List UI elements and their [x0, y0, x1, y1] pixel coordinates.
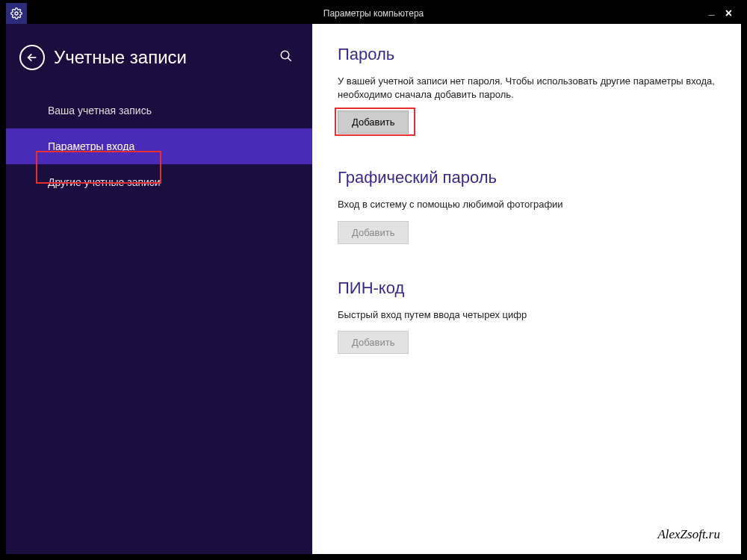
- password-section: Пароль У вашей учетной записи нет пароля…: [338, 45, 720, 134]
- sidebar-item-label: Ваша учетная запись: [48, 105, 152, 116]
- section-title-pin: ПИН-код: [338, 279, 720, 298]
- content-area: Учетные записи Ваша учетная запись Парам…: [6, 24, 741, 554]
- settings-window: Параметры компьютера _ × Учетные записи: [6, 3, 741, 554]
- back-button[interactable]: [19, 45, 45, 70]
- section-desc-password: У вашей учетной записи нет пароля. Чтобы…: [338, 75, 720, 102]
- titlebar: Параметры компьютера _ ×: [6, 3, 741, 24]
- button-label: Добавить: [352, 227, 394, 238]
- gear-icon: [10, 7, 22, 19]
- button-label: Добавить: [352, 337, 394, 348]
- section-title-password: Пароль: [338, 45, 720, 64]
- picture-password-section: Графический пароль Вход в систему с помо…: [338, 168, 720, 243]
- app-icon: [6, 3, 27, 24]
- section-title-picture: Графический пароль: [338, 168, 720, 187]
- arrow-left-icon: [26, 52, 38, 63]
- search-button[interactable]: [279, 49, 293, 66]
- sidebar-item-signin-options[interactable]: Параметры входа: [6, 128, 312, 164]
- button-label: Добавить: [352, 116, 394, 128]
- main-panel: Пароль У вашей учетной записи нет пароля…: [312, 24, 741, 554]
- minimize-button[interactable]: _: [709, 5, 715, 16]
- search-icon: [279, 49, 293, 63]
- add-password-button[interactable]: Добавить: [338, 111, 409, 134]
- watermark: AlexZsoft.ru: [657, 527, 720, 542]
- sidebar-item-label: Параметры входа: [48, 140, 134, 152]
- sidebar-nav: Ваша учетная запись Параметры входа Друг…: [6, 93, 312, 200]
- svg-point-2: [281, 51, 289, 59]
- sidebar-item-other-accounts[interactable]: Другие учетные записи: [6, 164, 312, 200]
- page-title: Учетные записи: [54, 47, 279, 68]
- close-button[interactable]: ×: [725, 7, 732, 19]
- svg-point-0: [15, 12, 18, 15]
- add-pin-button[interactable]: Добавить: [338, 331, 409, 354]
- sidebar-header: Учетные записи: [6, 39, 312, 85]
- window-controls: _ ×: [709, 7, 741, 19]
- section-desc-pin: Быстрый вход путем ввода четырех цифр: [338, 308, 720, 322]
- window-title: Параметры компьютера: [6, 8, 741, 19]
- add-picture-password-button[interactable]: Добавить: [338, 221, 409, 244]
- sidebar-item-your-account[interactable]: Ваша учетная запись: [6, 93, 312, 128]
- section-desc-picture: Вход в систему с помощью любимой фотогра…: [338, 198, 720, 211]
- sidebar-item-label: Другие учетные записи: [48, 176, 161, 188]
- svg-line-3: [288, 57, 291, 61]
- pin-section: ПИН-код Быстрый вход путем ввода четырех…: [338, 279, 720, 354]
- sidebar: Учетные записи Ваша учетная запись Парам…: [6, 24, 312, 554]
